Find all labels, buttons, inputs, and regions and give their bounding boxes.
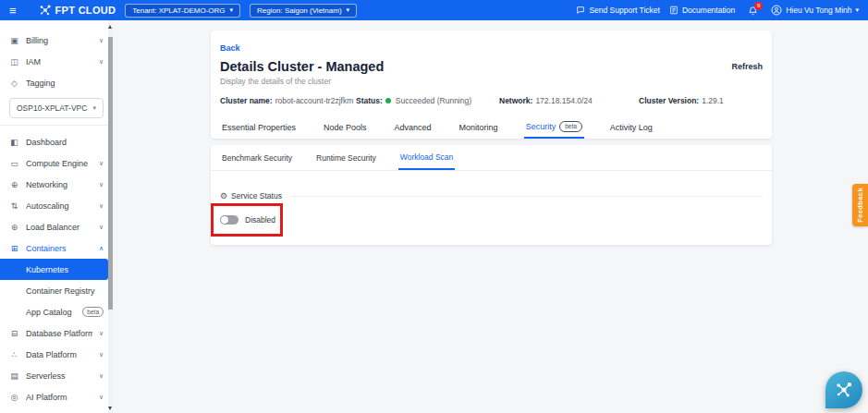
data-platform-icon: ∴ [9, 350, 19, 359]
region-label: Region: Saigon (Vietnam) [257, 6, 341, 15]
tab-essential-properties[interactable]: Essential Properties [220, 116, 298, 139]
page-title: Details Cluster - Managed [220, 59, 384, 74]
page-subtitle: Display the details of the cluster [220, 77, 763, 86]
beta-badge: beta [82, 307, 104, 317]
feedback-label: Feedback [856, 188, 864, 223]
tab-label: Monitoring [459, 123, 498, 132]
containers-icon: ⊞ [9, 244, 19, 253]
tab-advanced[interactable]: Advanced [393, 116, 434, 139]
scrollbar-thumb[interactable] [108, 37, 113, 310]
scrollbar-down-arrow[interactable] [108, 407, 112, 410]
vpc-selector-value: OSP10-XPLAT-VPC [17, 103, 87, 113]
toggle-knob [221, 216, 228, 224]
user-avatar-icon [771, 5, 782, 16]
documentation-button[interactable]: Documentation [669, 6, 735, 15]
sidebar-item-data-platform[interactable]: ∴ Data Platform ∨ [0, 344, 113, 365]
tab-monitoring[interactable]: Monitoring [458, 116, 500, 139]
sidebar-item-compute-engine[interactable]: ▭ Compute Engine ∨ [0, 152, 113, 174]
sidebar-item-database-platform[interactable]: ⊟ Database Platform ∨ [0, 322, 113, 344]
networking-icon: ⊕ [9, 180, 19, 189]
region-selector[interactable]: Region: Saigon (Vietnam) ▾ [250, 4, 357, 18]
toggle-state-label: Disabled [245, 215, 275, 225]
subtab-runtime-security[interactable]: Runtime Security [314, 145, 378, 170]
chevron-down-icon: ▾ [92, 104, 96, 112]
sidebar-item-label: Containers [26, 244, 67, 253]
cluster-network-field: Network:172.18.154.0/24 [499, 96, 639, 105]
vpc-selector[interactable]: OSP10-XPLAT-VPC ▾ [9, 98, 104, 118]
sidebar-item-label: Database Platform [26, 329, 92, 338]
chevron-down-icon: ∨ [99, 202, 104, 210]
tab-security[interactable]: Security beta [524, 116, 584, 139]
tab-activity-log[interactable]: Activity Log [608, 116, 654, 139]
molecule-chat-icon [835, 381, 853, 399]
beta-badge: beta [559, 121, 582, 132]
send-support-ticket-label: Send Support Ticket [589, 6, 660, 15]
scrollbar-up-arrow[interactable] [108, 25, 112, 29]
status-green-dot [385, 98, 391, 103]
sidebar-item-label: Billing [26, 36, 48, 45]
sidebar-item-serverless[interactable]: ▤ Serverless ∨ [0, 365, 113, 386]
sidebar-item-dashboard[interactable]: ◧ Dashboard [0, 131, 113, 152]
chat-support-widget[interactable] [825, 371, 862, 408]
network-value: 172.18.154.0/24 [535, 96, 592, 105]
dashboard-icon: ◧ [9, 138, 19, 147]
sidebar-item-label: Compute Engine [26, 159, 88, 168]
cluster-name-label: Cluster name: [220, 96, 273, 105]
sidebar-item-label: AI Platform [26, 393, 67, 402]
service-status-label: Service Status [231, 191, 282, 200]
brand-logo[interactable]: FPT CLOUD [39, 4, 116, 17]
sidebar-item-load-balancer[interactable]: ⊛ Load Balancer ∨ [0, 216, 113, 237]
send-support-ticket-button[interactable]: Send Support Ticket [576, 6, 660, 15]
user-menu[interactable]: Hieu Vu Tong Minh ▾ [771, 5, 859, 16]
security-content-card: Benchmark Security Runtime Security Work… [211, 145, 772, 245]
status-value: Succeeded (Running) [396, 96, 471, 105]
cluster-details-card: Back Details Cluster - Managed Refresh D… [211, 30, 772, 139]
subtab-label: Benchmark Security [222, 153, 292, 163]
sidebar-item-app-catalogs[interactable]: App Catalogs beta [0, 301, 113, 322]
subtab-benchmark-security[interactable]: Benchmark Security [220, 145, 294, 170]
sidebar-item-kubernetes[interactable]: Kubernetes [0, 259, 108, 280]
chevron-down-icon: ▾ [855, 6, 859, 14]
user-name: Hieu Vu Tong Minh [786, 6, 851, 15]
sidebar-scrollbar[interactable] [108, 20, 113, 413]
back-link[interactable]: Back [220, 43, 240, 53]
sidebar-item-container-registry[interactable]: Container Registry [0, 280, 113, 301]
subtab-label: Workload Scan [400, 152, 453, 162]
subtab-workload-scan[interactable]: Workload Scan [398, 145, 455, 170]
tenant-selector[interactable]: Tenant: XPLAT-DEMO-ORG ▾ [125, 4, 240, 18]
chevron-down-icon: ▾ [230, 6, 234, 14]
sidebar-item-containers[interactable]: ⊞ Containers ∧ [0, 237, 113, 259]
cluster-status-field: Status:Succeeded (Running) [356, 96, 499, 105]
cluster-version-value: 1.29.1 [702, 96, 724, 105]
menu-icon[interactable]: ≡ [9, 5, 17, 17]
refresh-button[interactable]: Refresh [731, 62, 763, 71]
tab-node-pools[interactable]: Node Pools [322, 116, 369, 139]
sidebar-item-label: Networking [26, 180, 67, 189]
subtab-label: Runtime Security [316, 153, 376, 163]
sidebar-item-tagging[interactable]: ◇ Tagging [0, 72, 113, 93]
notifications-button[interactable]: 9 [748, 6, 758, 16]
sidebar-item-billing[interactable]: ▣ Billing ∨ [0, 30, 113, 51]
document-icon [669, 6, 679, 15]
sidebar-item-ai-platform[interactable]: ◎ AI Platform ∨ [0, 386, 113, 407]
sidebar-item-iam[interactable]: ◫ IAM ∨ [0, 51, 113, 72]
sidebar-item-networking[interactable]: ⊕ Networking ∨ [0, 174, 113, 195]
ai-platform-icon: ◎ [9, 393, 19, 402]
sidebar-item-label: Load Balancer [26, 223, 79, 232]
topbar: ≡ FPT CLOUD Tenant: XPLAT-DEMO-ORG ▾ Reg… [0, 0, 868, 20]
service-status-toggle[interactable] [220, 215, 238, 225]
chevron-down-icon: ▾ [347, 6, 350, 14]
cluster-info-row: Cluster name:robot-account-tr2zjfkm Stat… [220, 96, 763, 105]
serverless-icon: ▤ [9, 371, 19, 381]
tab-label: Security [526, 122, 556, 131]
tab-label: Node Pools [324, 123, 367, 132]
annotation-highlight-box: Disabled [211, 203, 283, 237]
sidebar-divider [0, 125, 113, 126]
status-label: Status: [356, 96, 383, 105]
chevron-down-icon: ∨ [99, 224, 104, 231]
feedback-tab[interactable]: Feedback [852, 184, 868, 226]
sidebar-item-label: App Catalogs [26, 308, 72, 317]
sidebar-item-label: Data Platform [26, 350, 77, 359]
sidebar-item-autoscaling[interactable]: ⇅ Autoscaling ∨ [0, 195, 113, 216]
documentation-label: Documentation [682, 6, 735, 15]
